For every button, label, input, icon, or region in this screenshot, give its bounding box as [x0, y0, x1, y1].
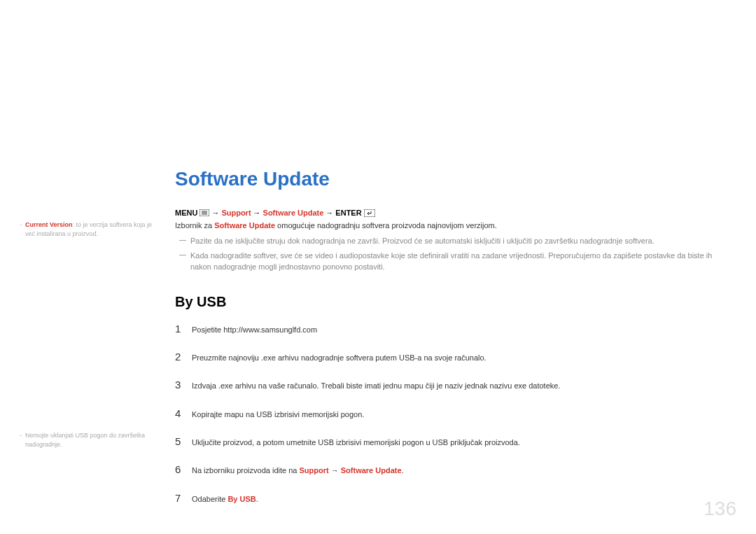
arrow-icon: → — [253, 209, 261, 217]
step-4: 4 Kopirajte mapu na USB izbrisivi memori… — [175, 407, 728, 420]
step-number: 7 — [175, 492, 192, 504]
step6-suffix: . — [402, 466, 404, 475]
step-number: 2 — [175, 351, 192, 363]
svg-rect-4 — [364, 209, 375, 217]
menu-icon — [200, 209, 209, 216]
step-6: 6 Na izborniku proizvoda idite na Suppor… — [175, 463, 728, 476]
step6-software-update: Software Update — [341, 466, 402, 475]
step-text: Na izborniku proizvoda idite na Support … — [192, 465, 404, 476]
step-5: 5 Uključite proizvod, a potom umetnite U… — [175, 435, 728, 448]
intro-suffix: omogućuje nadogradnju softvera proizvoda… — [275, 221, 497, 230]
nav-support: Support — [221, 209, 251, 217]
step-2: 2 Preuzmite najnoviju .exe arhivu nadogr… — [175, 351, 728, 363]
step7-prefix: Odaberite — [192, 495, 227, 503]
page-title: Software Update — [175, 168, 728, 190]
dash-note-settings: Kada nadogradite softver, sve će se vide… — [175, 250, 728, 273]
step-text: Odaberite By USB. — [192, 494, 258, 505]
page: Current Version: to je verzija softvera … — [0, 0, 756, 534]
intro-text: Izbornik za Software Update omogućuje na… — [175, 221, 728, 230]
sidebar-note-usb-warning: Nemojte uklanjati USB pogon do završetka… — [20, 431, 160, 449]
sidebar-note-text: Nemojte uklanjati USB pogon do završetka… — [20, 431, 160, 449]
current-version-label: Current Version — [25, 221, 73, 228]
main-content: Software Update MENU → Support → Softwar… — [175, 168, 728, 520]
step7-highlight: By USB — [227, 495, 255, 503]
step-text: Preuzmite najnoviju .exe arhivu nadograd… — [192, 353, 486, 363]
step-text: Uključite proizvod, a potom umetnite USB… — [192, 437, 520, 448]
step6-arrow: → — [329, 466, 341, 475]
step-number: 4 — [175, 407, 192, 419]
step-number: 1 — [175, 323, 192, 335]
step-3: 3 Izdvaja .exe arhivu na vaše računalo. … — [175, 379, 728, 391]
step-text: Posjetite http://www.samsunglfd.com — [192, 325, 317, 335]
step-7: 7 Odaberite By USB. — [175, 492, 728, 505]
menu-label: MENU — [175, 209, 197, 217]
step6-prefix: Na izborniku proizvoda idite na — [192, 466, 299, 475]
step-1: 1 Posjetite http://www.samsunglfd.com — [175, 323, 728, 335]
intro-prefix: Izbornik za — [175, 221, 214, 230]
step-number: 6 — [175, 463, 192, 475]
step-text: Izdvaja .exe arhivu na vaše računalo. Tr… — [192, 381, 560, 391]
usb-warning-text: Nemojte uklanjati USB pogon do završetka… — [25, 432, 145, 448]
step-text: Kopirajte mapu na USB izbrisivi memorijs… — [192, 409, 364, 420]
arrow-icon: → — [326, 209, 333, 217]
nav-software-update: Software Update — [263, 209, 324, 217]
step6-support: Support — [299, 466, 328, 475]
step7-suffix: . — [256, 495, 258, 503]
arrow-icon: → — [211, 209, 219, 217]
dash-note-power: Pazite da ne isključite struju dok nadog… — [175, 235, 728, 247]
step-number: 3 — [175, 379, 192, 391]
navigation-path: MENU → Support → Software Update → ENTER — [175, 209, 728, 217]
enter-label: ENTER — [335, 209, 361, 217]
section-title-by-usb: By USB — [175, 294, 728, 310]
intro-highlight: Software Update — [214, 221, 275, 230]
sidebar-note-current-version: Current Version: to je verzija softvera … — [20, 220, 160, 239]
step-number: 5 — [175, 435, 192, 447]
page-number: 136 — [704, 498, 736, 520]
enter-icon — [364, 209, 375, 217]
sidebar-note-text: Current Version: to je verzija softvera … — [20, 220, 160, 239]
